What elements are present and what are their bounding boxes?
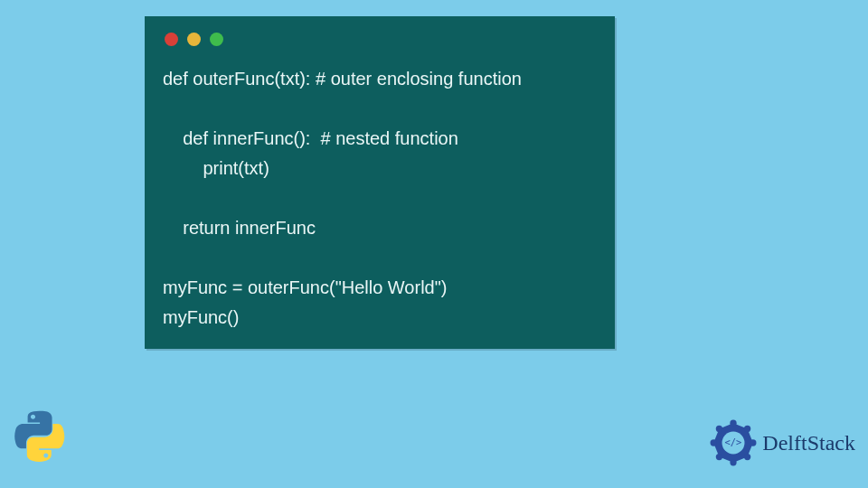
- code-line: return innerFunc: [163, 218, 316, 238]
- code-line: myFunc = outerFunc("Hello World"): [163, 277, 447, 297]
- svg-point-5: [731, 459, 737, 465]
- svg-point-1: [731, 420, 737, 427]
- code-line: myFunc(): [163, 307, 239, 327]
- maximize-icon: [210, 33, 223, 46]
- svg-point-2: [744, 426, 750, 432]
- svg-point-4: [744, 454, 750, 460]
- svg-point-7: [711, 439, 717, 446]
- window-traffic-lights: [165, 33, 604, 46]
- svg-text:</>: </>: [725, 436, 742, 447]
- close-icon: [165, 33, 178, 46]
- code-snippet-box: def outerFunc(txt): # outer enclosing fu…: [145, 16, 615, 349]
- code-line: def innerFunc(): # nested function: [163, 128, 458, 148]
- brand-mark: </> DelftStack: [710, 419, 855, 466]
- code-content: def outerFunc(txt): # outer enclosing fu…: [163, 64, 604, 333]
- code-line: def outerFunc(txt): # outer enclosing fu…: [163, 69, 522, 89]
- svg-point-8: [716, 426, 722, 432]
- svg-point-3: [750, 439, 757, 446]
- brand-name: DelftStack: [762, 431, 855, 455]
- code-line: print(txt): [163, 158, 269, 178]
- svg-point-6: [716, 454, 722, 460]
- delftstack-badge-icon: </>: [710, 419, 757, 466]
- minimize-icon: [187, 33, 201, 46]
- python-logo-icon: [11, 410, 69, 468]
